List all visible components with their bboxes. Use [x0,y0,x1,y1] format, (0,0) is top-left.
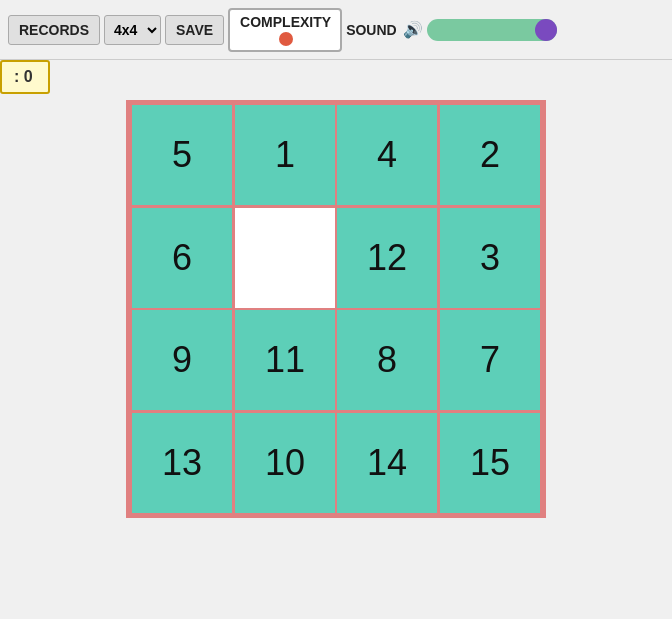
sound-section: SOUND 🔊 [346,20,423,39]
sound-label: SOUND [346,22,397,38]
puzzle-tile-14[interactable]: 14 [337,413,437,513]
puzzle-tile-0[interactable]: 5 [132,105,232,205]
puzzle-tile-15[interactable]: 15 [440,413,540,513]
puzzle-tile-9[interactable]: 11 [235,310,335,410]
complexity-label: COMPLEXITY [240,14,331,30]
puzzle-tile-11[interactable]: 7 [440,310,540,410]
grid-size-select[interactable]: 4x4 3x3 5x5 [104,15,161,45]
records-button[interactable]: RECORDS [8,15,100,45]
puzzle-tile-7[interactable]: 3 [440,208,540,308]
puzzle-tile-5 [235,208,335,308]
puzzle-tile-10[interactable]: 8 [337,310,437,410]
puzzle-tile-4[interactable]: 6 [132,208,232,308]
save-button[interactable]: SAVE [165,15,224,45]
score-box: : 0 [0,60,50,94]
puzzle-tile-8[interactable]: 9 [132,310,232,410]
complexity-button[interactable]: COMPLEXITY [228,8,342,52]
score-value: : 0 [14,68,33,85]
puzzle-grid: 514261239118713101415 [126,100,546,518]
puzzle-tile-13[interactable]: 10 [235,413,335,513]
complexity-dot [279,32,293,46]
sound-icon[interactable]: 🔊 [403,20,423,39]
puzzle-tile-1[interactable]: 1 [235,105,335,205]
volume-slider[interactable] [427,19,557,41]
volume-knob [535,19,557,41]
puzzle-tile-6[interactable]: 12 [337,208,437,308]
puzzle-tile-12[interactable]: 13 [132,413,232,513]
puzzle-tile-3[interactable]: 2 [440,105,540,205]
puzzle-tile-2[interactable]: 4 [337,105,437,205]
puzzle-area: 514261239118713101415 [0,80,672,518]
toolbar: RECORDS 4x4 3x3 5x5 SAVE COMPLEXITY SOUN… [0,0,672,60]
